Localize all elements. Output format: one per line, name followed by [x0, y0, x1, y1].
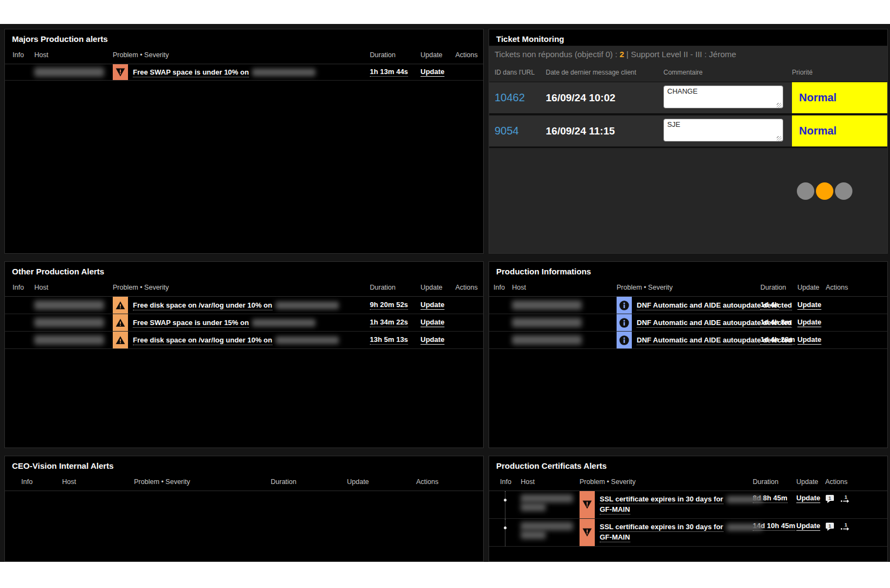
problem-link[interactable]: Free SWAP space is under 10% on — [133, 68, 249, 77]
update-link[interactable]: Update — [796, 522, 820, 531]
col-header-problem: Problem • Severity — [617, 284, 760, 291]
col-header-info: Info — [13, 284, 34, 291]
col-header-duration: Duration — [271, 478, 347, 486]
host-cell — [34, 301, 113, 310]
problem-cell: DNF Automatic and AIDE autoupdate detect… — [617, 297, 760, 314]
col-header-actions: Actions — [826, 284, 887, 291]
update-cell: Update — [420, 68, 455, 77]
warning-icon — [113, 332, 128, 348]
ticket-subtitle: Tickets non répondus (objectif 0) : 2 | … — [489, 46, 887, 60]
duration-cell: 1h 13m 44s — [370, 68, 420, 77]
duration-value: 1d 4h 8m — [760, 318, 791, 327]
problem-cell: Free SWAP space is under 15% on — [113, 314, 370, 331]
update-link[interactable]: Update — [797, 335, 821, 345]
ticket-row: 9054 16/09/24 11:15 SJE Normal — [489, 115, 887, 148]
pager-dot[interactable] — [835, 182, 852, 200]
problem-cell: DNF Automatic and AIDE autoupdate detect… — [617, 314, 760, 331]
acknowledge-icon[interactable]: 1 — [840, 522, 850, 531]
ticket-date: 16/09/24 10:02 — [546, 92, 615, 103]
update-link[interactable]: Update — [796, 494, 820, 503]
svg-text:1: 1 — [844, 494, 847, 500]
table-header: Info Host Problem • Severity Duration Up… — [5, 46, 483, 64]
col-header-problem: Problem • Severity — [580, 478, 753, 486]
pager-dot-active[interactable] — [816, 182, 833, 200]
duration-value: 1d 4h — [760, 301, 779, 310]
update-cell: Update — [420, 318, 455, 327]
blurred-host — [34, 68, 104, 77]
comment-textarea[interactable]: CHANGE — [663, 85, 783, 108]
problem-link[interactable]: Free disk space on /var/log under 10% on — [133, 336, 272, 345]
update-cell: Update — [797, 301, 826, 310]
col-header-host: Host — [34, 51, 113, 59]
ticket-date-cell: 16/09/24 11:15 — [546, 125, 663, 137]
tree-line — [500, 519, 521, 546]
subtitle-suffix: | Support Level II - III : Jérome — [624, 50, 736, 59]
blurred-host — [512, 335, 582, 345]
table-row: Free SWAP space is under 10% on 1h 13m 4… — [5, 64, 483, 81]
problem-link[interactable]: Free disk space on /var/log under 10% on — [133, 301, 272, 310]
table-header: Info Host Problem • Severity Duration Up… — [489, 279, 887, 297]
ticket-row: 10462 16/09/24 10:02 CHANGE Normal — [489, 82, 887, 115]
col-header-duration: Duration — [370, 51, 420, 59]
pager-dot[interactable] — [797, 182, 814, 200]
panel-ticket-monitoring: Ticket Monitoring Tickets non répondus (… — [489, 29, 888, 254]
host-cell — [34, 68, 113, 77]
update-cell: Update — [420, 335, 455, 345]
col-header-update: Update — [797, 284, 826, 291]
host-cell — [34, 318, 113, 327]
problem-link-line2[interactable]: GF-MAIN — [600, 505, 630, 514]
duration-cell: 1d 4h — [760, 301, 797, 310]
col-header-duration: Duration — [370, 284, 420, 291]
problem-cell: SSL certificate expires in 30 days forGF… — [580, 491, 753, 518]
table-row: DNF Automatic and AIDE autoupdate detect… — [489, 297, 887, 314]
acknowledge-icon[interactable]: 1 — [840, 494, 850, 504]
update-link[interactable]: Update — [420, 335, 444, 345]
panel-majors-production-alerts: Majors Production alerts Info Host Probl… — [4, 29, 484, 254]
blurred-host-suffix — [276, 336, 339, 344]
table-header: Info Host Problem • Severity Duration Up… — [489, 473, 887, 491]
duration-cell: 9h 20m 52s — [370, 301, 420, 310]
comment-textarea[interactable]: SJE — [663, 119, 783, 142]
subtitle-prefix: Tickets non répondus (objectif 0) : — [495, 50, 620, 59]
comment-bubble-icon[interactable]: 1 — [825, 522, 835, 531]
col-header-host: Host — [512, 284, 617, 291]
duration-value: 9h 20m 52s — [370, 301, 408, 310]
update-link[interactable]: Update — [797, 318, 821, 327]
update-cell: Update — [797, 335, 826, 345]
comment-bubble-icon[interactable]: 1 — [825, 494, 835, 504]
host-cell — [512, 301, 617, 310]
info-icon — [617, 314, 632, 331]
problem-link[interactable]: SSL certificate expires in 30 days for — [600, 495, 723, 504]
warning-icon — [113, 297, 128, 314]
unanswered-count: 2 — [620, 50, 624, 59]
col-header-update: Update — [796, 478, 825, 486]
ticket-id-link[interactable]: 9054 — [489, 125, 519, 137]
critical-icon — [580, 491, 595, 518]
host-cell — [512, 335, 617, 345]
update-link[interactable]: Update — [420, 301, 444, 310]
problem-link[interactable]: SSL certificate expires in 30 days for — [600, 523, 723, 532]
update-link[interactable]: Update — [420, 68, 444, 77]
duration-value: 1h 34m 22s — [370, 318, 408, 327]
blurred-host — [521, 494, 573, 503]
update-link[interactable]: Update — [420, 318, 444, 327]
col-header-update: Update — [347, 478, 416, 486]
ticket-id-link[interactable]: 10462 — [489, 91, 525, 103]
update-link[interactable]: Update — [797, 301, 821, 310]
actions-cell: 1 1 — [825, 491, 887, 504]
ticket-comment-cell: SJE — [663, 119, 792, 144]
problem-link-line2[interactable]: GF-MAIN — [600, 533, 630, 542]
problem-cell: SSL certificate expires in 30 days forGF… — [580, 519, 753, 546]
duration-value: 1h 13m 44s — [370, 68, 408, 77]
update-cell: Update — [796, 491, 825, 503]
blurred-host-suffix — [727, 496, 763, 503]
problem-text-wrap: Free SWAP space is under 15% on — [133, 318, 315, 327]
col-header-ticket-id: ID dans l'URL — [489, 69, 546, 76]
priority-badge: Normal — [792, 82, 887, 113]
warning-icon — [113, 314, 128, 331]
col-header-last-message-date: Date de dernier message client — [546, 69, 663, 76]
info-icon — [617, 297, 632, 314]
blurred-host — [34, 318, 104, 327]
problem-link[interactable]: Free SWAP space is under 15% on — [133, 318, 249, 328]
col-header-actions: Actions — [455, 51, 483, 59]
